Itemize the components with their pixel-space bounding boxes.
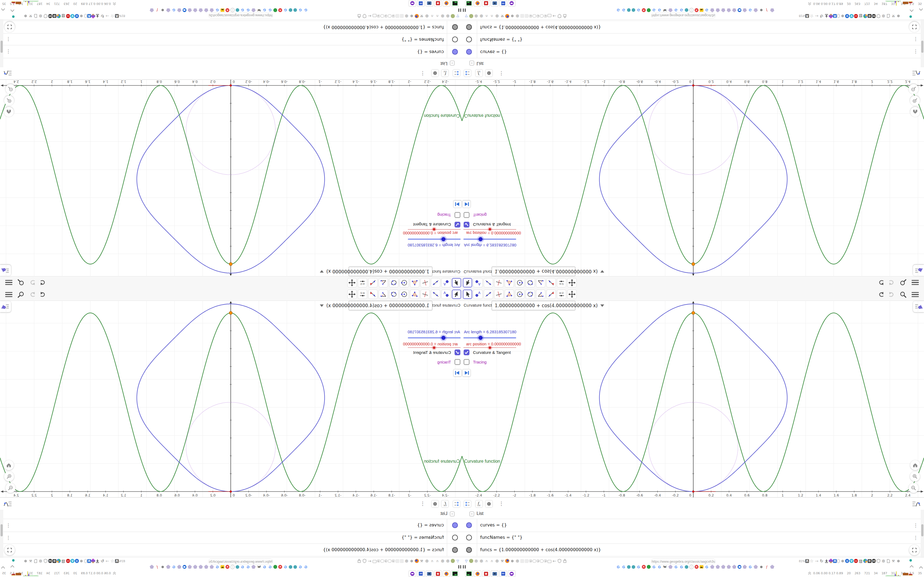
vpn-icon[interactable]: V: [850, 559, 854, 563]
bookmark-w-icon[interactable]: W: [257, 565, 261, 569]
bookmark-flower-icon[interactable]: [732, 565, 737, 569]
row-more-icon[interactable]: ⋮: [913, 535, 918, 541]
bookmark-flower-icon[interactable]: [187, 565, 192, 569]
marker-icon[interactable]: [828, 13, 833, 18]
bookmark-dot-icon[interactable]: [236, 565, 239, 569]
search-icon[interactable]: [899, 279, 907, 286]
pluscircle-icon[interactable]: +: [845, 14, 849, 18]
wrench-icon[interactable]: ⚒: [500, 559, 505, 563]
backarrow-icon[interactable]: ←: [552, 559, 557, 563]
row-more-icon[interactable]: ⋮: [6, 535, 11, 541]
algebra-row-funcnames[interactable]: funcNames = {" "} ⋮: [462, 34, 924, 45]
taskbar-app-screenshot[interactable]: [426, 0, 433, 6]
row-more-icon[interactable]: ⋮: [6, 36, 11, 42]
shield-icon[interactable]: [362, 559, 367, 563]
bookmark-g-icon[interactable]: G: [240, 8, 245, 12]
firefox-icon[interactable]: [505, 14, 509, 18]
bookmark-g-icon[interactable]: G: [283, 8, 288, 12]
globe-icon[interactable]: ⊕: [446, 559, 450, 563]
bookmark-flower-icon[interactable]: [743, 565, 747, 569]
gear-icon[interactable]: [510, 559, 515, 563]
tool-conic-five-points[interactable]: [389, 278, 399, 287]
page-icon[interactable]: [33, 559, 38, 563]
tool-move-graphics-view[interactable]: [567, 278, 577, 287]
row-more-icon[interactable]: ⋮: [913, 36, 918, 42]
bookmark-web-icon[interactable]: [273, 8, 277, 12]
arc-length-slider-thumb[interactable]: [441, 237, 446, 241]
visibility-marble[interactable]: [466, 522, 472, 528]
curve-label[interactable]: Curvature function: [464, 113, 500, 118]
bookmark-flower-icon[interactable]: [743, 8, 747, 12]
download-icon[interactable]: [95, 559, 100, 563]
globecolor-icon[interactable]: [863, 14, 867, 18]
tree-view-button[interactable]: [453, 500, 460, 508]
ra-icon[interactable]: [381, 15, 384, 18]
bookmark-gear-icon[interactable]: [161, 8, 165, 12]
visibility-marble[interactable]: [466, 37, 472, 42]
redo-icon[interactable]: [29, 279, 37, 286]
bookmark-g-icon[interactable]: G: [616, 8, 620, 12]
bookmark-flower-icon[interactable]: [753, 565, 758, 569]
bookmark-info-icon[interactable]: i: [231, 565, 234, 569]
funnel-icon[interactable]: ▽: [464, 14, 468, 18]
fullscreen-button[interactable]: [909, 545, 919, 555]
step-button[interactable]: [462, 200, 471, 208]
bookmark-flower-icon[interactable]: [166, 565, 171, 569]
curve-label[interactable]: Curvature function: [424, 113, 460, 118]
globe-icon[interactable]: ⊕: [446, 14, 450, 18]
visibility-marble[interactable]: [452, 547, 458, 553]
ra-icon[interactable]: [533, 15, 536, 18]
bookmark-g-icon[interactable]: G: [622, 8, 626, 12]
zoom-out-button[interactable]: [5, 84, 15, 94]
reload-icon[interactable]: ↻: [819, 559, 824, 563]
collapse-button[interactable]: −: [469, 512, 474, 516]
algebra-row-funcs[interactable]: funcs = {1.000000000000 + cos(4.00000000…: [462, 21, 924, 34]
radot-icon[interactable]: [529, 15, 532, 18]
url-bar[interactable]: https://www.geogebra.org/classic/aagcxh3…: [651, 559, 716, 564]
bookmark-dot-icon[interactable]: [685, 565, 688, 569]
globe-icon[interactable]: ⊕: [515, 559, 520, 563]
tool-polygon[interactable]: [410, 278, 419, 287]
tree-view-button[interactable]: [453, 69, 460, 77]
taskbar-app-bot[interactable]: [508, 0, 515, 6]
taskbar-app-settings[interactable]: [482, 0, 490, 6]
download-icon[interactable]: [95, 14, 100, 18]
redo-icon[interactable]: [887, 291, 895, 298]
redo-icon[interactable]: [887, 279, 895, 286]
visibility-marble[interactable]: [466, 24, 472, 30]
bookmark-flower-icon[interactable]: [732, 8, 737, 12]
bookmark-g-icon[interactable]: G: [679, 565, 684, 569]
globecolor-icon[interactable]: [57, 14, 61, 18]
radot-icon[interactable]: [377, 559, 380, 562]
taskbar-app-bot[interactable]: [409, 571, 416, 577]
blank-icon[interactable]: [396, 14, 399, 18]
bookmark-f-icon[interactable]: f: [155, 565, 160, 569]
globecolor-icon[interactable]: [57, 559, 61, 563]
tool-line[interactable]: [431, 278, 440, 287]
menu-icon[interactable]: [911, 279, 919, 286]
tool-move[interactable]: [452, 278, 461, 287]
home-button[interactable]: [910, 107, 920, 117]
bookmark-g-icon[interactable]: G: [262, 565, 267, 569]
bookmark-web-icon[interactable]: [647, 8, 651, 12]
taskbar-app-terminal[interactable]: [465, 571, 473, 577]
blank-icon[interactable]: [400, 559, 404, 563]
bookmark-g-icon[interactable]: G: [652, 8, 656, 12]
chevron-up-icon[interactable]: [919, 566, 923, 570]
page-icon[interactable]: [886, 559, 891, 563]
tool-angle[interactable]: α: [536, 278, 545, 287]
vpn-icon[interactable]: V: [70, 559, 74, 563]
radot-icon[interactable]: [544, 559, 547, 562]
bookmark-g-icon[interactable]: G: [304, 8, 308, 12]
bookmark-dot-icon[interactable]: [632, 565, 635, 569]
blank-icon[interactable]: [520, 14, 524, 18]
bookmark-flower-icon[interactable]: [721, 565, 725, 569]
tool-move-graphics-view[interactable]: [567, 290, 577, 299]
graphics-view[interactable]: -2.4-2.2-2-1.8-1.6-1.4-1.2-1-0.8-0.6-0.4…: [462, 301, 924, 497]
lock-icon[interactable]: [357, 14, 362, 18]
wrench-icon[interactable]: ⚒: [28, 14, 33, 18]
chevron-up-icon[interactable]: [1, 7, 5, 11]
radot-icon[interactable]: [392, 15, 395, 18]
visibility-marble[interactable]: [452, 49, 458, 55]
tool-point[interactable]: A: [441, 278, 451, 287]
